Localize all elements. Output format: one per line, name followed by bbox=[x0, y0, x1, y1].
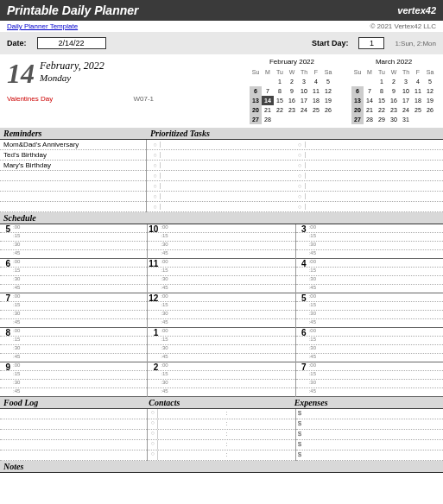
schedule-slot[interactable]: 2:00 bbox=[148, 362, 294, 371]
list-item[interactable] bbox=[0, 409, 147, 419]
schedule-slot[interactable]: :45 bbox=[296, 319, 443, 328]
schedule-slot[interactable]: :45 bbox=[0, 285, 147, 293]
contact-row[interactable]: ○: bbox=[148, 440, 294, 450]
schedule-slot[interactable]: :45 bbox=[296, 354, 443, 362]
schedule-slot[interactable]: :45 bbox=[0, 354, 147, 362]
schedule-slot[interactable]: 4:00 bbox=[296, 259, 443, 268]
hour-block: 4:00:15:30:45 bbox=[296, 259, 443, 293]
list-item[interactable] bbox=[0, 450, 147, 461]
day-number: 14 bbox=[7, 58, 35, 90]
schedule-slot[interactable]: :30 bbox=[296, 380, 443, 388]
schedule-slot[interactable]: 7:00 bbox=[0, 293, 147, 302]
list-item[interactable] bbox=[0, 430, 147, 440]
holiday-text: Valentines Day bbox=[7, 95, 53, 103]
schedule-slot[interactable]: :30 bbox=[0, 345, 147, 354]
schedule-slot[interactable]: :30 bbox=[148, 276, 294, 285]
schedule-slot[interactable]: :30 bbox=[148, 242, 294, 250]
schedule-slot[interactable]: :15 bbox=[148, 371, 294, 380]
task-row[interactable]: ○○ bbox=[147, 202, 443, 212]
task-row[interactable]: ○○ bbox=[147, 171, 443, 181]
schedule-slot[interactable]: :30 bbox=[296, 242, 443, 250]
schedule-slot[interactable]: :30 bbox=[296, 276, 443, 285]
schedule-slot[interactable]: 6:00 bbox=[0, 259, 147, 268]
schedule-slot[interactable]: :15 bbox=[296, 233, 443, 242]
task-row[interactable]: ○○ bbox=[147, 161, 443, 171]
schedule-slot[interactable]: :45 bbox=[0, 319, 147, 328]
expense-row[interactable]: $ bbox=[296, 419, 443, 430]
notes-area[interactable] bbox=[0, 473, 443, 486]
schedule-slot[interactable]: :45 bbox=[0, 388, 147, 397]
schedule-slot[interactable]: :15 bbox=[296, 371, 443, 380]
schedule-slot[interactable]: :45 bbox=[0, 250, 147, 259]
schedule-slot[interactable]: :15 bbox=[148, 233, 294, 242]
startday-input[interactable] bbox=[358, 37, 384, 49]
schedule-slot[interactable]: :15 bbox=[148, 337, 294, 345]
contact-row[interactable]: ○: bbox=[148, 419, 294, 430]
schedule-slot[interactable]: :45 bbox=[148, 250, 294, 259]
schedule-slot[interactable]: :15 bbox=[148, 268, 294, 276]
schedule-slot[interactable]: :15 bbox=[0, 268, 147, 276]
task-row[interactable]: ○○ bbox=[147, 150, 443, 161]
schedule-slot[interactable]: 3:00 bbox=[296, 224, 443, 233]
task-row[interactable]: ○○ bbox=[147, 181, 443, 192]
schedule-slot[interactable]: :15 bbox=[296, 268, 443, 276]
schedule-slot[interactable]: :30 bbox=[0, 380, 147, 388]
list-item[interactable] bbox=[0, 181, 146, 192]
schedule-body: 5:00:15:30:456:00:15:30:457:00:15:30:458… bbox=[0, 224, 443, 397]
schedule-slot[interactable]: :30 bbox=[0, 311, 147, 319]
schedule-slot[interactable]: 5:00 bbox=[0, 224, 147, 233]
list-item[interactable] bbox=[0, 171, 146, 181]
schedule-slot[interactable]: :15 bbox=[296, 302, 443, 311]
expense-row[interactable]: $ bbox=[296, 409, 443, 419]
task-row[interactable]: ○○ bbox=[147, 140, 443, 150]
schedule-slot[interactable]: 9:00 bbox=[0, 362, 147, 371]
schedule-slot[interactable]: :45 bbox=[148, 319, 294, 328]
list-item[interactable] bbox=[0, 192, 146, 202]
schedule-slot[interactable]: :15 bbox=[0, 371, 147, 380]
list-item[interactable] bbox=[0, 202, 146, 212]
schedule-slot[interactable]: 10:00 bbox=[148, 224, 294, 233]
schedule-slot[interactable]: :15 bbox=[0, 337, 147, 345]
schedule-slot[interactable]: :45 bbox=[296, 285, 443, 293]
schedule-col: 5:00:15:30:456:00:15:30:457:00:15:30:458… bbox=[0, 224, 148, 397]
schedule-slot[interactable]: :15 bbox=[0, 302, 147, 311]
schedule-slot[interactable]: 8:00 bbox=[0, 328, 147, 337]
expense-row[interactable]: $ bbox=[296, 450, 443, 461]
bottom-headers: Food Log Contacts Expenses bbox=[0, 397, 443, 409]
contact-row[interactable]: ○: bbox=[148, 450, 294, 461]
schedule-slot[interactable]: :45 bbox=[296, 388, 443, 397]
schedule-slot[interactable]: :30 bbox=[0, 276, 147, 285]
schedule-slot[interactable]: 12:00 bbox=[148, 293, 294, 302]
expense-row[interactable]: $ bbox=[296, 440, 443, 450]
schedule-slot[interactable]: :30 bbox=[148, 311, 294, 319]
schedule-slot[interactable]: 5:00 bbox=[296, 293, 443, 302]
schedule-slot[interactable]: :30 bbox=[148, 380, 294, 388]
schedule-slot[interactable]: 1:00 bbox=[148, 328, 294, 337]
template-link[interactable]: Daily Planner Template bbox=[7, 22, 78, 30]
schedule-slot[interactable]: :30 bbox=[296, 311, 443, 319]
schedule-slot[interactable]: :30 bbox=[296, 345, 443, 354]
date-input[interactable] bbox=[37, 37, 106, 49]
expense-row[interactable]: $ bbox=[296, 430, 443, 440]
list-item[interactable] bbox=[0, 440, 147, 450]
list-item[interactable]: Mom&Dad's Anniversary bbox=[0, 140, 146, 150]
task-row[interactable]: ○○ bbox=[147, 192, 443, 202]
schedule-slot[interactable]: 6:00 bbox=[296, 328, 443, 337]
schedule-slot[interactable]: 11:00 bbox=[148, 259, 294, 268]
schedule-slot[interactable]: :30 bbox=[148, 345, 294, 354]
list-item[interactable] bbox=[0, 419, 147, 430]
schedule-slot[interactable]: :45 bbox=[148, 388, 294, 397]
schedule-slot[interactable]: :45 bbox=[148, 354, 294, 362]
schedule-slot[interactable]: 7:00 bbox=[296, 362, 443, 371]
schedule-slot[interactable]: :30 bbox=[0, 242, 147, 250]
contact-row[interactable]: ○: bbox=[148, 430, 294, 440]
schedule-slot[interactable]: :15 bbox=[148, 302, 294, 311]
list-item[interactable]: Mary's Birthday bbox=[0, 161, 146, 171]
list-item[interactable]: Ted's Birthday bbox=[0, 150, 146, 161]
contact-row[interactable]: ○: bbox=[148, 409, 294, 419]
schedule-slot[interactable]: :45 bbox=[148, 285, 294, 293]
day-block: 14 February, 2022 Monday Valentines Day … bbox=[7, 58, 154, 124]
schedule-slot[interactable]: :15 bbox=[296, 337, 443, 345]
schedule-slot[interactable]: :45 bbox=[296, 250, 443, 259]
schedule-slot[interactable]: :15 bbox=[0, 233, 147, 242]
